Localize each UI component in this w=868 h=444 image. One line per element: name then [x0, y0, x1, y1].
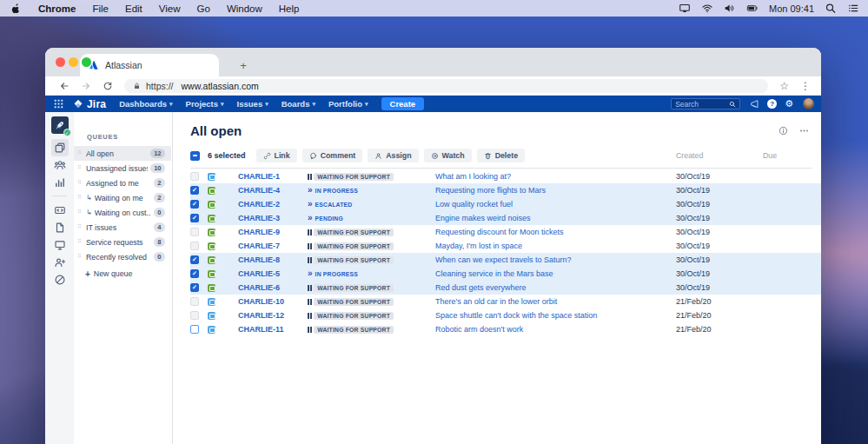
queue-item-waiting-on-cust-[interactable]: ⠿↳Waiting on cust...0: [74, 205, 171, 220]
row-checkbox[interactable]: ✓: [190, 255, 199, 264]
queue-item-recently-resolved[interactable]: ⠿Recently resolved0: [74, 249, 171, 264]
issue-key[interactable]: CHARLIE-1: [238, 172, 308, 181]
help-icon[interactable]: ?: [767, 99, 777, 109]
row-checkbox[interactable]: [190, 325, 199, 334]
issue-row-charlie-12[interactable]: CHARLIE-12WAITING FOR SUPPORTSpace shutt…: [190, 308, 821, 322]
rail-item-monitor[interactable]: [51, 236, 69, 254]
issue-row-charlie-2[interactable]: ✓CHARLIE-2»ESCALATEDLow quality rocket f…: [190, 197, 821, 211]
issue-key[interactable]: CHARLIE-8: [238, 255, 308, 264]
issue-summary[interactable]: Mayday, I'm lost in space: [435, 242, 676, 250]
search-icon[interactable]: [825, 3, 837, 14]
issue-summary[interactable]: Engine makes weird noises: [435, 214, 676, 222]
search-input[interactable]: Search: [671, 98, 740, 109]
row-checkbox[interactable]: [190, 311, 199, 320]
rail-item-disc[interactable]: [51, 271, 69, 288]
issue-row-charlie-7[interactable]: CHARLIE-7WAITING FOR SUPPORTMayday, I'm …: [190, 239, 821, 253]
info-icon[interactable]: [779, 126, 788, 136]
issue-key[interactable]: CHARLIE-10: [238, 297, 308, 306]
forward-icon[interactable]: [81, 81, 91, 91]
issue-row-charlie-11[interactable]: CHARLIE-11WAITING FOR SUPPORTRobotic arm…: [190, 322, 821, 336]
row-checkbox[interactable]: ✓: [190, 269, 199, 278]
battery-icon[interactable]: [746, 3, 759, 14]
menu-chrome[interactable]: Chrome: [38, 3, 76, 14]
browser-menu-icon[interactable]: ⋮: [800, 81, 811, 91]
queue-item-assigned-to-me[interactable]: ⠿Assigned to me2: [74, 176, 171, 190]
link-button[interactable]: Link: [256, 149, 297, 162]
user-avatar[interactable]: [803, 98, 814, 109]
rail-item-reports[interactable]: [51, 174, 69, 191]
issue-row-charlie-5[interactable]: ✓CHARLIE-5»IN PROGRESSCleaning service i…: [190, 267, 821, 281]
issue-summary[interactable]: Cleaning service in the Mars base: [435, 269, 676, 278]
issue-key[interactable]: CHARLIE-7: [238, 242, 308, 250]
issue-key[interactable]: CHARLIE-11: [238, 325, 308, 334]
back-icon[interactable]: [59, 81, 70, 91]
megaphone-icon[interactable]: [750, 99, 759, 109]
issue-row-charlie-1[interactable]: CHARLIE-1WAITING FOR SUPPORTWhat am I lo…: [190, 169, 821, 183]
jira-logo[interactable]: Jira: [73, 98, 106, 110]
nav-menu-dashboards[interactable]: Dashboards▾: [119, 99, 172, 109]
minimize-window-button[interactable]: [69, 57, 78, 67]
queue-item-all-open[interactable]: ⠿All open12: [74, 146, 171, 161]
row-checkbox[interactable]: ✓: [190, 214, 199, 222]
list-icon[interactable]: [847, 3, 859, 14]
nav-menu-portfolio[interactable]: Portfolio▾: [328, 99, 368, 109]
row-checkbox[interactable]: [190, 228, 199, 236]
close-window-button[interactable]: [56, 57, 65, 67]
nav-menu-projects[interactable]: Projects▾: [186, 99, 224, 109]
project-avatar-rocket[interactable]: ✓: [51, 116, 69, 134]
more-icon[interactable]: [799, 126, 809, 136]
column-header-created[interactable]: Created: [676, 151, 763, 160]
row-checkbox[interactable]: [190, 242, 199, 250]
nav-menu-boards[interactable]: Boards▾: [282, 99, 315, 109]
queue-item-it-issues[interactable]: ⠿IT issues4: [74, 220, 171, 235]
nav-menu-issues[interactable]: Issues▾: [237, 99, 268, 109]
row-checkbox[interactable]: ✓: [190, 283, 199, 292]
menu-edit[interactable]: Edit: [125, 3, 142, 14]
row-checkbox[interactable]: [190, 172, 199, 181]
issue-row-charlie-9[interactable]: CHARLIE-9WAITING FOR SUPPORTRequesting d…: [190, 225, 821, 239]
new-queue-button[interactable]: + New queue: [74, 266, 172, 282]
menu-file[interactable]: File: [92, 3, 109, 14]
select-all-checkbox[interactable]: [190, 151, 200, 161]
rail-item-queues[interactable]: [51, 139, 69, 156]
issue-key[interactable]: CHARLIE-2: [238, 200, 308, 209]
queue-item-unassigned-issues[interactable]: ⠿Unassigned issues10: [74, 161, 171, 176]
queue-item-waiting-on-me[interactable]: ⠿↳Waiting on me2: [74, 190, 171, 205]
issue-key[interactable]: CHARLIE-6: [238, 283, 308, 292]
bookmark-star-icon[interactable]: ☆: [779, 81, 789, 91]
issue-key[interactable]: CHARLIE-4: [238, 186, 308, 195]
rail-item-document[interactable]: [51, 219, 69, 236]
issue-key[interactable]: CHARLIE-12: [238, 311, 308, 320]
issue-summary[interactable]: Space shuttle can't dock with the space …: [435, 311, 676, 320]
issue-summary[interactable]: When can we expect travels to Saturn?: [435, 255, 676, 264]
issue-key[interactable]: CHARLIE-5: [238, 269, 308, 278]
issue-summary[interactable]: Requesting discount for Moon tickets: [435, 228, 676, 236]
reload-icon[interactable]: [103, 81, 113, 91]
issue-key[interactable]: CHARLIE-9: [238, 228, 308, 236]
rail-item-invite[interactable]: [51, 254, 69, 271]
issue-summary[interactable]: Low quality rocket fuel: [435, 200, 676, 209]
display-mirroring-icon[interactable]: [679, 3, 691, 14]
issue-row-charlie-6[interactable]: ✓CHARLIE-6WAITING FOR SUPPORTRed dust ge…: [190, 281, 821, 295]
row-checkbox[interactable]: ✓: [190, 200, 199, 209]
url-bar[interactable]: https:// www.atlassian.com: [124, 79, 768, 93]
delete-button[interactable]: Delete: [477, 149, 525, 162]
issue-summary[interactable]: Requesting more flights to Mars: [435, 186, 676, 195]
menu-help[interactable]: Help: [279, 3, 300, 14]
issue-row-charlie-10[interactable]: CHARLIE-10WAITING FOR SUPPORTThere's an …: [190, 295, 821, 308]
issue-summary[interactable]: There's an old car in the lower orbit: [435, 297, 676, 306]
volume-icon[interactable]: [724, 3, 736, 14]
apple-icon[interactable]: [10, 3, 22, 14]
create-button[interactable]: Create: [381, 97, 425, 110]
new-tab-button[interactable]: +: [236, 59, 250, 72]
menu-window[interactable]: Window: [227, 3, 262, 14]
app-switcher-grid-icon[interactable]: [54, 99, 63, 109]
issue-row-charlie-4[interactable]: ✓CHARLIE-4»IN PROGRESSRequesting more fl…: [190, 183, 821, 197]
issue-summary[interactable]: Red dust gets everywhere: [435, 283, 676, 292]
zoom-window-button[interactable]: [82, 57, 91, 67]
wifi-icon[interactable]: [701, 3, 713, 14]
row-checkbox[interactable]: [190, 297, 199, 306]
column-header-due[interactable]: Due: [763, 151, 812, 160]
assign-button[interactable]: Assign: [368, 149, 418, 162]
watch-button[interactable]: Watch: [424, 149, 472, 162]
